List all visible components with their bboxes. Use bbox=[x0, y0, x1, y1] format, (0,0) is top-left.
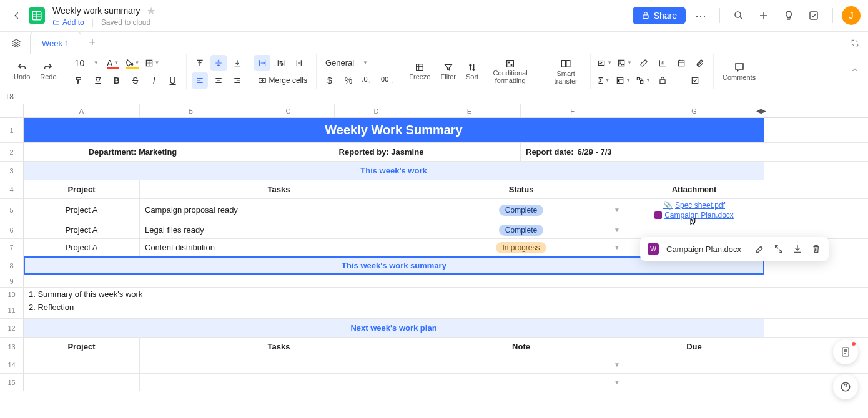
col-header[interactable]: B bbox=[140, 104, 242, 117]
hdr-attachment[interactable]: Attachment bbox=[624, 180, 764, 198]
cell-task[interactable]: Legal files ready bbox=[140, 221, 418, 238]
borders-button[interactable]: ▼ bbox=[144, 55, 161, 71]
cell-summary-1[interactable]: 1. Summary of this week's work bbox=[24, 288, 764, 301]
collapse-toolbar-icon[interactable] bbox=[851, 66, 859, 74]
paint-format-button[interactable] bbox=[71, 72, 87, 89]
name-box[interactable]: T8 bbox=[0, 89, 868, 104]
cell-status[interactable]: In progress ▼ bbox=[418, 239, 624, 256]
tab-week1[interactable]: Week 1 bbox=[30, 32, 81, 54]
insert-chart-button[interactable] bbox=[654, 55, 671, 71]
cell-project[interactable]: Project A bbox=[24, 221, 140, 238]
row-header[interactable]: 8 bbox=[0, 256, 24, 275]
col-header[interactable]: E bbox=[418, 104, 521, 117]
hdr-project[interactable]: Project bbox=[24, 180, 140, 198]
valign-bottom-button[interactable] bbox=[229, 55, 245, 71]
sort-button[interactable]: Sort bbox=[462, 62, 482, 80]
cell-attachment[interactable] bbox=[624, 221, 764, 238]
insert-image-button[interactable]: ▼ bbox=[616, 55, 633, 71]
hdr-tasks[interactable]: Tasks bbox=[140, 180, 418, 198]
cell[interactable] bbox=[140, 356, 418, 373]
insert-link-button[interactable] bbox=[636, 55, 652, 71]
hdr-project[interactable]: Project bbox=[24, 338, 140, 356]
cell-task[interactable]: Content distribution bbox=[140, 239, 418, 256]
pivot-button[interactable]: ▼ bbox=[614, 72, 632, 89]
cell[interactable] bbox=[624, 374, 764, 391]
cell[interactable]: ▼ bbox=[418, 356, 624, 373]
download-icon[interactable] bbox=[792, 244, 802, 254]
help-float-button[interactable] bbox=[833, 374, 858, 399]
underline-button[interactable]: U bbox=[165, 72, 181, 89]
report-date-cell[interactable]: Report date: 6/29 - 7/3 bbox=[521, 143, 764, 161]
reporter-cell[interactable]: Reported by: Jasmine bbox=[242, 143, 521, 161]
col-header[interactable]: A bbox=[24, 104, 140, 117]
redo-button[interactable]: Redo bbox=[36, 62, 60, 80]
document-title[interactable]: Weekly work summary bbox=[52, 6, 141, 16]
cell-attachment[interactable]: 📎Spec sheet.pdf Campaign Plan.docx bbox=[624, 199, 764, 221]
task-check-icon[interactable] bbox=[804, 6, 824, 26]
wrap-clip-button[interactable] bbox=[292, 55, 308, 71]
cell[interactable]: ▼ bbox=[418, 374, 624, 391]
share-button[interactable]: Share bbox=[633, 7, 686, 24]
row-header[interactable]: 1 bbox=[0, 118, 24, 143]
cell[interactable] bbox=[140, 374, 418, 391]
number-format-select[interactable]: General▼ bbox=[322, 55, 372, 71]
star-icon[interactable]: ★ bbox=[147, 5, 155, 17]
row-header[interactable]: 7 bbox=[0, 239, 24, 256]
italic-button[interactable]: I bbox=[146, 72, 162, 89]
lightbulb-icon[interactable] bbox=[779, 6, 799, 26]
align-center-button[interactable] bbox=[210, 72, 227, 89]
decrease-decimal-button[interactable]: .0← bbox=[359, 72, 375, 89]
bold-button[interactable]: B bbox=[109, 72, 125, 89]
row-header[interactable]: 6 bbox=[0, 221, 24, 239]
hdr-due[interactable]: Due bbox=[624, 338, 764, 356]
dept-cell[interactable]: Department: Marketing bbox=[24, 143, 242, 161]
font-size-select[interactable]: 10▼ bbox=[71, 55, 102, 71]
row-header[interactable]: 5 bbox=[0, 199, 24, 221]
row-header[interactable]: 3 bbox=[0, 162, 24, 180]
row-header[interactable]: 2 bbox=[0, 143, 24, 162]
strikethrough-button[interactable]: S bbox=[127, 72, 144, 89]
row-header[interactable]: 13 bbox=[0, 338, 24, 356]
hdr-status[interactable]: Status bbox=[418, 180, 624, 198]
smart-transfer-button[interactable]: Smart transfer bbox=[546, 58, 585, 85]
protect-button[interactable] bbox=[654, 72, 671, 89]
wrap-text-button[interactable] bbox=[273, 55, 289, 71]
attachment-link[interactable]: 📎Spec sheet.pdf bbox=[663, 201, 725, 210]
cell-task[interactable]: Campaign proposal ready bbox=[140, 199, 418, 221]
notes-float-button[interactable] bbox=[833, 339, 858, 364]
chevron-down-icon[interactable]: ▼ bbox=[614, 379, 620, 386]
comments-button[interactable]: Comments bbox=[719, 62, 759, 81]
chevron-down-icon[interactable]: ▼ bbox=[614, 361, 620, 368]
align-right-button[interactable] bbox=[229, 72, 245, 89]
data-validation-button[interactable]: ▼ bbox=[596, 55, 613, 71]
currency-button[interactable]: $ bbox=[322, 72, 338, 89]
hdr-tasks[interactable]: Tasks bbox=[140, 338, 418, 356]
cell[interactable] bbox=[24, 374, 140, 391]
cell-project[interactable]: Project A bbox=[24, 239, 140, 256]
col-header[interactable]: D bbox=[335, 104, 418, 117]
checkbox-button[interactable] bbox=[687, 72, 703, 89]
row-header[interactable]: 4 bbox=[0, 180, 24, 199]
chevron-down-icon[interactable]: ▼ bbox=[614, 244, 620, 251]
clear-format-button[interactable] bbox=[90, 72, 106, 89]
font-color-button[interactable]: A▼ bbox=[105, 55, 121, 71]
chevron-down-icon[interactable]: ▼ bbox=[614, 207, 620, 213]
col-header[interactable]: G◀▶ bbox=[624, 104, 764, 117]
more-menu-icon[interactable]: ⋯ bbox=[691, 6, 711, 26]
layers-icon[interactable] bbox=[5, 38, 27, 48]
attachment-link[interactable]: Campaign Plan.docx bbox=[654, 211, 734, 220]
insert-date-button[interactable] bbox=[673, 55, 689, 71]
percent-button[interactable]: % bbox=[340, 72, 357, 89]
col-header[interactable]: F bbox=[521, 104, 624, 117]
formula-button[interactable]: Σ▼ bbox=[596, 72, 612, 89]
search-icon[interactable] bbox=[729, 6, 749, 26]
row-header[interactable]: 15 bbox=[0, 374, 24, 391]
conditional-formatting-button[interactable]: Conditional formatting bbox=[485, 59, 536, 84]
select-all-corner[interactable] bbox=[0, 104, 24, 118]
section-next-week[interactable]: Next week's work plan bbox=[24, 319, 764, 337]
undo-button[interactable]: Undo bbox=[10, 62, 34, 80]
cell-status[interactable]: Complete ▼ bbox=[418, 199, 624, 221]
group-button[interactable]: ▼ bbox=[634, 72, 652, 89]
cell[interactable] bbox=[624, 356, 764, 373]
valign-middle-button[interactable] bbox=[210, 55, 227, 71]
